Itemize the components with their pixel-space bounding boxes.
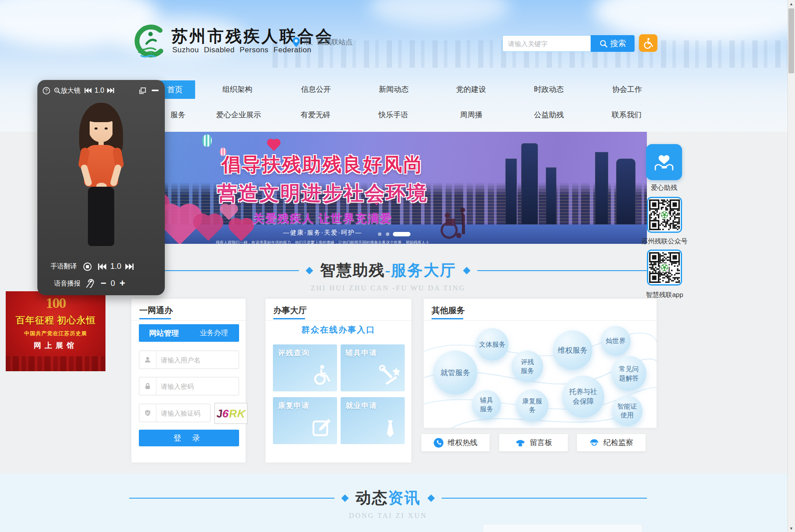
volume-minus-button[interactable]: − (101, 278, 106, 289)
online-exhibition-poster[interactable]: 100 百年征程 初心永恒 中国共产党在江苏历史展 网上展馆 (6, 291, 105, 371)
bubble-culture-sports-service[interactable]: 文体服务 (476, 328, 508, 361)
captcha-image[interactable]: J6RK (214, 403, 247, 424)
avatar-panel-header: ? 放大镜 1.0 (37, 84, 165, 97)
tab-business-handling[interactable]: 业务办理 (189, 329, 239, 338)
bubble-assistive-device-service[interactable]: 辅具服务 (472, 390, 501, 419)
fast-forward-icon[interactable] (107, 87, 115, 94)
online-entry-label: 群众在线办事入口 (265, 324, 411, 336)
love-help-tile[interactable] (646, 144, 682, 180)
accessibility-button[interactable] (639, 34, 657, 52)
tile-employment-application[interactable]: 就业申请 (341, 397, 405, 444)
site-subtitle: Suzhou Disabled Persons Federation (172, 46, 312, 54)
scrollbar-track[interactable] (788, 0, 795, 532)
nav-item-caring-companies[interactable]: 爱心企业展示 (210, 106, 267, 124)
search-input[interactable] (502, 35, 596, 52)
diamond-decoration (341, 494, 349, 502)
nav-item-info-disclosure[interactable]: 信息公开 (287, 80, 345, 99)
sign-language-avatar-panel[interactable]: ? 放大镜 1.0 (37, 80, 165, 295)
nav-item-weekly-broadcast[interactable]: 周周播 (443, 106, 500, 124)
bubble-rights-protection-service[interactable]: 维权服务 (553, 330, 592, 370)
nav-item-barrier-free[interactable]: 有爱无碍 (287, 106, 344, 124)
svg-text:?: ? (45, 88, 48, 93)
sign-translate-label: 手语翻译 (51, 262, 77, 271)
nav-item-party-building[interactable]: 党的建设 (443, 80, 500, 99)
banner-tower (521, 143, 538, 224)
fast-forward-icon[interactable] (125, 263, 134, 270)
lock-icon (139, 377, 156, 395)
header-speed-value: 1.0 (94, 87, 104, 94)
search-button[interactable]: 搜索 (591, 35, 635, 52)
username-input[interactable] (156, 351, 239, 369)
message-board-button[interactable]: 留言板 (499, 434, 568, 452)
tile-label: 辅具申请 (345, 348, 377, 358)
nav-item-happy-sign-language[interactable]: 快乐手语 (365, 106, 422, 124)
bubble-employment-mgmt-service[interactable]: 就管服务 (433, 351, 477, 394)
tie-icon (380, 419, 400, 441)
nav-item-news[interactable]: 新闻动态 (365, 80, 422, 99)
captcha-field-wrap (139, 404, 211, 422)
restore-window-icon[interactable] (139, 87, 146, 94)
nav-item-organization[interactable]: 组织架构 (209, 80, 266, 99)
diamond-decoration (306, 267, 313, 274)
bubble-label: 智能证使用 (616, 402, 638, 420)
captcha-input[interactable] (156, 404, 210, 422)
voice-broadcast-controls: 语音播报 − 0 + (37, 278, 165, 289)
bubble-rehab-service[interactable]: 康复服务 (516, 389, 548, 422)
title-dark-part: 动态 (356, 489, 388, 507)
qr-pattern (649, 199, 680, 231)
nav-item-association-work[interactable]: 协会工作 (599, 80, 656, 99)
bubble-assessment-service[interactable]: 评残服务 (512, 351, 543, 382)
discipline-inspection-button[interactable]: 纪检监察 (577, 434, 646, 452)
banner-page-dot[interactable] (386, 232, 389, 236)
search-button-label: 搜索 (610, 38, 626, 49)
rewind-icon[interactable] (84, 87, 92, 94)
tile-rehabilitation-application[interactable]: 康复申请 (273, 397, 337, 444)
minimize-icon[interactable] (152, 90, 159, 91)
tile-disability-assessment-query[interactable]: 评残查询 (273, 344, 337, 391)
officer-icon (589, 438, 599, 448)
page: 苏州市残疾人联合会 Suzhou Disabled Persons Federa… (0, 0, 795, 532)
banner-page-active-indicator[interactable] (393, 232, 410, 236)
bubble-label: 评残服务 (520, 358, 535, 375)
hearing-ear-icon[interactable] (86, 279, 94, 288)
nav-item-politics[interactable]: 时政动态 (520, 80, 577, 99)
login-button[interactable]: 登 录 (139, 430, 239, 446)
poster-line2: 中国共产党在江苏历史展 (6, 330, 105, 337)
nav-item-charity[interactable]: 公益助残 (520, 106, 577, 124)
tile-label: 评残查询 (278, 348, 309, 358)
stop-icon[interactable] (83, 262, 92, 271)
tab-site-management[interactable]: 网站管理 (139, 328, 189, 338)
login-tab-bar: 网站管理 业务办理 (139, 324, 239, 342)
help-icon[interactable]: ? (43, 87, 50, 94)
station-link-label: 市、区残联站点 (303, 38, 352, 47)
bubble-care-social-security[interactable]: 托养与社会保障 (562, 376, 604, 418)
diamond-decoration (428, 494, 435, 502)
magnifier-label[interactable]: 放大镜 (61, 87, 80, 95)
bubble-can-world[interactable]: 灿世界 (601, 326, 631, 356)
hero-banner[interactable]: 倡导扶残助残良好风尚 营造文明进步社会环境 关爱残疾人 让世界充满爱 —健康·服… (129, 132, 647, 244)
scrollbar-down-arrow[interactable]: ▼ (788, 525, 795, 532)
station-link[interactable]: 市、区残联站点 (292, 37, 352, 47)
rewind-icon[interactable] (97, 263, 107, 270)
bubble-label: 康复服务 (521, 397, 544, 414)
banner-page-dot[interactable] (378, 232, 381, 236)
volume-plus-button[interactable]: + (120, 278, 125, 289)
scrollbar-up-arrow[interactable]: ▲ (788, 0, 795, 7)
rights-hotline-button[interactable]: 维权热线 (421, 434, 490, 452)
magnifier-icon[interactable] (54, 87, 61, 94)
site-logo[interactable] (131, 23, 168, 62)
title-blue-part: -服务大厅 (385, 262, 456, 279)
service-section-title: 智慧助残-服务大厅 (320, 260, 456, 281)
hotline-label: 维权热线 (448, 438, 478, 448)
sign-language-avatar (64, 103, 138, 252)
password-input[interactable] (156, 377, 239, 395)
bubble-faq[interactable]: 常见问题解答 (611, 356, 646, 391)
tile-label: 就业申请 (345, 401, 377, 411)
scrollbar-thumb[interactable] (788, 8, 794, 73)
diamond-decoration (463, 267, 470, 274)
bubble-smart-card-usage[interactable]: 智能证使用 (612, 395, 643, 426)
tile-assistive-device-application[interactable]: 辅具申请 (341, 344, 405, 391)
wheelchair-icon (310, 363, 333, 388)
nav-item-contact-us[interactable]: 联系我们 (598, 106, 655, 124)
phone-icon (434, 438, 443, 448)
